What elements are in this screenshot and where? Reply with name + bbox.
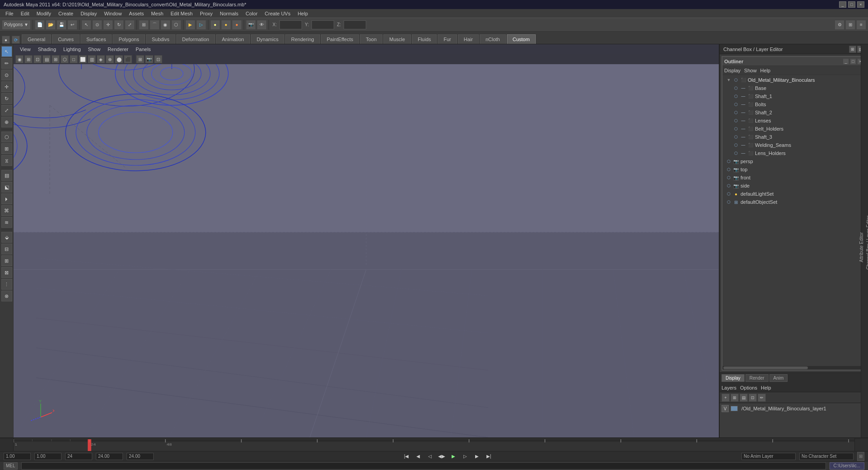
out-menu-help[interactable]: Help [760,68,771,73]
outliner-item-top[interactable]: ⬡ 📷 top [723,165,864,174]
outliner-item-5[interactable]: ⬡ — ⬛ Lenses [723,117,864,125]
outliner-item-0[interactable]: ▼ ⬡ ⬛ Old_Metal_Military_Binoculars [723,76,864,84]
snap-point-button[interactable]: ◉ [160,20,170,30]
vp-tb-5[interactable]: ⬡ [61,55,69,63]
mode-dropdown[interactable]: Polygons ▼ [2,20,31,30]
menu-modify[interactable]: Modify [33,9,55,18]
vp-tb-7[interactable]: ⬜ [79,55,87,63]
layer-btn-1[interactable]: + [722,394,730,402]
rt-tab-render[interactable]: Render [745,374,769,382]
camera-button[interactable]: 📷 [246,20,256,30]
manip-tool-button[interactable]: ⊕ [1,117,12,127]
light-2[interactable]: ● [221,20,231,30]
next-frame-button[interactable]: ▶ [473,452,481,461]
playback-end-field[interactable]: 24.00 [96,453,123,460]
outliner-content[interactable]: ▼ ⬡ ⬛ Old_Metal_Military_Binoculars ⬡ — … [722,75,865,366]
tab-deformation[interactable]: Deformation [176,34,215,44]
go-start-button[interactable]: |◀ [402,452,410,461]
outliner-item-9[interactable]: ⬡ — ⬛ Lens_Holders [723,149,864,157]
menu-assets[interactable]: Assets [125,9,147,18]
lasso-select-button[interactable]: ⊙ [92,20,102,30]
layer-btn-3[interactable]: ▤ [740,394,748,402]
lasso-tool-button[interactable]: ⊙ [1,70,12,80]
outliner-item-side[interactable]: ⬡ 📷 side [723,182,864,190]
rt-tab-anim[interactable]: Anim [769,374,788,382]
vp-menu-shading[interactable]: Shading [35,47,59,52]
vp-menu-renderer[interactable]: Renderer [105,47,131,52]
anim-button[interactable]: ⏵ [1,193,12,204]
snap-tool-button[interactable]: ⊞ [1,143,12,154]
select-button[interactable]: ↖ [81,20,91,30]
vp-menu-panels[interactable]: Panels [133,47,154,52]
vp-tb-11[interactable]: ⬤ [115,55,123,63]
misc-button-2[interactable]: ⊞ [1,255,12,266]
vp-tb-1[interactable]: ◉ [15,55,24,63]
render-region-button[interactable]: ▤ [1,170,12,181]
tab-toon[interactable]: Toon [360,34,382,44]
vp-menu-show[interactable]: Show [85,47,104,52]
outliner-hscrollbar-thumb[interactable] [723,367,808,369]
layer-btn-2[interactable]: ⊞ [731,394,739,402]
menu-mesh[interactable]: Mesh [147,9,167,18]
tab-curves[interactable]: Curves [52,34,80,44]
z-field[interactable] [344,20,366,29]
taskbar-item-1[interactable]: C:\Users\lic... [830,462,864,470]
right-icon-3[interactable]: ≡ [856,20,866,30]
outliner-item-front[interactable]: ⬡ 📷 front [723,174,864,182]
go-end-button[interactable]: ▶| [485,452,493,461]
x-field[interactable] [279,20,302,29]
out-maximize[interactable]: □ [850,58,856,65]
vp-tb-4[interactable]: ▤ [42,55,51,63]
right-icon-2[interactable]: ⊞ [845,20,855,30]
menu-display[interactable]: Display [77,9,100,18]
next-key-button[interactable]: ▷ [461,452,469,461]
tab-custom[interactable]: Custom [507,34,536,44]
paint-tool-button[interactable]: ✏ [1,58,12,69]
misc-button-1[interactable]: ⊟ [1,244,12,254]
light-3[interactable]: ● [232,20,242,30]
rotate-button[interactable]: ↻ [114,20,124,30]
dynamics-button[interactable]: ⌘ [1,205,12,216]
light-1[interactable]: ● [210,20,220,30]
vp-menu-lighting[interactable]: Lighting [61,47,84,52]
show-hide-button[interactable]: 👁 [257,20,267,30]
snap-curve-button[interactable]: ⌒ [150,20,160,30]
history-button[interactable]: ⧖ [1,155,12,166]
resize-handle[interactable]: ⊞ [857,452,864,461]
layer-item-1[interactable]: V /Old_Metal_Military_Binoculars_layer1 [722,404,866,413]
select-tool-button[interactable]: ↖ [1,46,12,57]
tab-subdivs[interactable]: Subdivs [146,34,175,44]
menu-create-uvs[interactable]: Create UVs [261,9,294,18]
new-scene-button[interactable]: 📄 [35,20,45,30]
undo-button[interactable]: ↩ [67,20,77,30]
menu-help[interactable]: Help [294,9,311,18]
vp-tb-6[interactable]: □ [70,55,78,63]
tab-fur[interactable]: Fur [438,34,457,44]
snap-surface-button[interactable]: ⬡ [171,20,181,30]
menu-window[interactable]: Window [100,9,125,18]
outliner-item-defaultlightset[interactable]: ⬡ ● defaultLightSet [723,190,864,198]
attr-editor-side-label[interactable]: Attribute Editor [859,232,864,262]
current-frame-field[interactable]: 24 [65,453,92,460]
play-back-button[interactable]: ◀▶ [438,452,446,461]
menu-proxy[interactable]: Proxy [196,9,216,18]
vp-tb-10[interactable]: ⊕ [106,55,114,63]
vp-tb-uv[interactable]: ⊡ [154,55,162,63]
tab-muscle[interactable]: Muscle [383,34,411,44]
save-scene-button[interactable]: 💾 [57,20,66,30]
layer-menu-layers[interactable]: Layers [722,385,736,390]
minimize-button[interactable]: _ [839,1,846,8]
frame-end-field[interactable]: 24.00 [127,453,154,460]
vp-tb-3[interactable]: ⊡ [33,55,42,63]
layer-btn-4[interactable]: ⊡ [749,394,757,402]
maximize-button[interactable]: □ [848,1,855,8]
tab-icon-1[interactable]: ● [2,36,10,44]
tab-general[interactable]: General [22,34,51,44]
close-button[interactable]: × [857,1,864,8]
viewport[interactable]: View Shading Lighting Show Renderer Pane… [14,44,719,437]
menu-normals[interactable]: Normals [216,9,242,18]
menu-edit-mesh[interactable]: Edit Mesh [167,9,196,18]
outliner-item-7[interactable]: ⬡ — ⬛ Shaft_3 [723,133,864,141]
outliner-item-3[interactable]: ⬡ — ⬛ Bolts [723,100,864,108]
timeline-ruler[interactable]: 1 24 48 [14,438,854,451]
